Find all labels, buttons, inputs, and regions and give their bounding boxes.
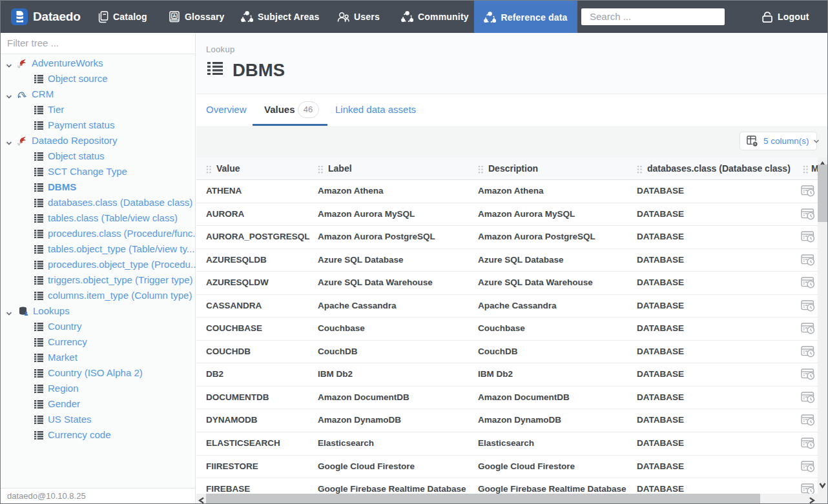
svg-text:A: A (172, 13, 176, 19)
